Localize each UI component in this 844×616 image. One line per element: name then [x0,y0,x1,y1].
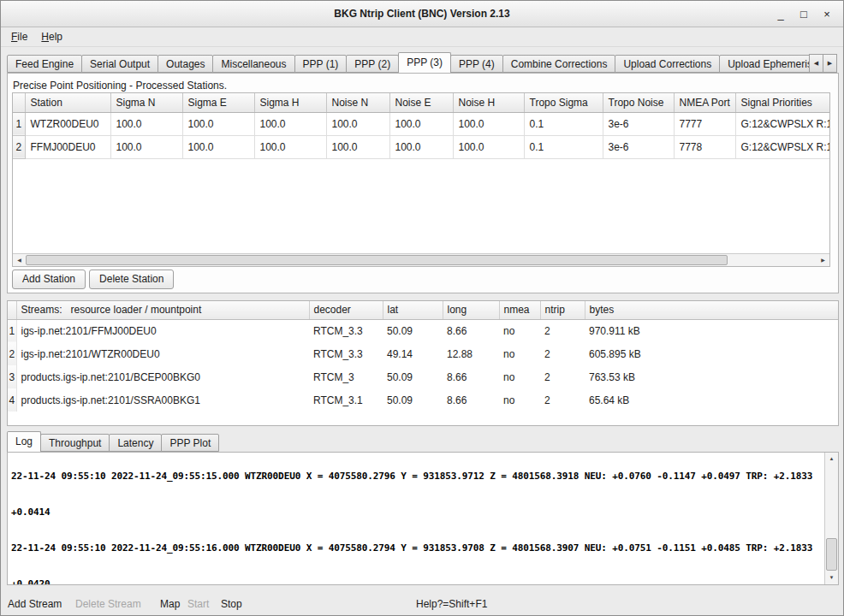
tropo-sigma-cell[interactable]: 0.1 [524,135,603,158]
nmea-cell[interactable]: no [499,388,540,412]
tab-upload-corrections[interactable]: Upload Corrections [615,55,720,73]
minimize-icon[interactable]: _ [775,8,787,21]
col-ntrip: ntrip [540,301,585,319]
long-cell[interactable]: 8.66 [443,365,499,388]
station-cell[interactable]: WTZR00DEU0 [25,112,110,135]
decoder-cell[interactable]: RTCM_3.3 [309,342,383,365]
tab-ppp-2[interactable]: PPP (2) [346,55,399,73]
tab-combine-corrections[interactable]: Combine Corrections [502,55,616,73]
station-cell[interactable]: FFMJ00DEU0 [25,135,110,158]
sigma-n-cell[interactable]: 100.0 [110,112,182,135]
long-cell[interactable]: 12.88 [443,342,499,365]
help-shortcut-label: Help?=Shift+F1 [416,598,487,610]
sigma-h-cell[interactable]: 100.0 [254,112,326,135]
col-station: Station [25,93,110,112]
nmea-cell[interactable]: no [499,342,540,365]
nmea-cell[interactable]: no [499,365,540,388]
add-stream-button[interactable]: Add Stream [8,598,62,610]
noise-h-cell[interactable]: 100.0 [453,135,524,158]
tab-outages[interactable]: Outages [158,55,213,73]
vertical-scroll-thumb[interactable] [826,538,837,571]
close-icon[interactable]: × [821,8,833,21]
long-cell[interactable]: 8.66 [443,388,499,412]
tab-ppp-1[interactable]: PPP (1) [294,55,348,73]
lat-cell[interactable]: 50.09 [383,365,443,388]
lat-cell[interactable]: 50.09 [383,319,443,342]
decoder-cell[interactable]: RTCM_3.3 [309,319,383,342]
noise-e-cell[interactable]: 100.0 [389,112,453,135]
lat-cell[interactable]: 49.14 [383,342,443,365]
sigma-n-cell[interactable]: 100.0 [110,135,182,158]
mountpoint-cell[interactable]: igs-ip.net:2101/WTZR00DEU0 [16,342,309,365]
tab-feed-engine[interactable]: Feed Engine [7,55,82,73]
tab-scroll-right-icon[interactable]: ▶ [823,54,837,73]
mountpoint-cell[interactable]: products.igs-ip.net:2101/BCEP00BKG0 [16,365,309,388]
decoder-cell[interactable]: RTCM_3 [309,365,383,388]
tab-miscellaneous[interactable]: Miscellaneous [212,55,294,73]
ntrip-cell[interactable]: 2 [540,319,585,342]
col-noise-e: Noise E [389,93,453,112]
maximize-icon[interactable]: □ [798,8,810,21]
decoder-cell[interactable]: RTCM_3.1 [309,388,383,412]
add-station-button[interactable]: Add Station [12,270,86,289]
mountpoint-cell[interactable]: products.igs-ip.net:2101/SSRA00BKG1 [16,388,309,412]
scroll-up-icon[interactable]: ▲ [825,453,838,465]
nmea-cell[interactable]: no [499,319,540,342]
signal-priorities-cell[interactable]: G:12&CWPSLX R:12 [735,112,830,135]
map-button[interactable]: Map [160,598,180,610]
stop-button[interactable]: Stop [221,598,242,610]
noise-n-cell[interactable]: 100.0 [326,112,389,135]
tropo-noise-cell[interactable]: 3e-6 [603,135,674,158]
col-noise-n: Noise N [326,93,389,112]
horizontal-scroll-thumb[interactable] [26,255,728,265]
ntrip-cell[interactable]: 2 [540,342,585,365]
col-long: long [443,301,499,319]
stations-table: Station Sigma N Sigma E Sigma H Noise N … [12,92,830,267]
tab-upload-ephemeris[interactable]: Upload Ephemeris [719,55,821,73]
noise-n-cell[interactable]: 100.0 [326,135,389,158]
mountpoint-cell[interactable]: igs-ip.net:2101/FFMJ00DEU0 [16,319,309,342]
tab-log[interactable]: Log [7,431,41,452]
noise-e-cell[interactable]: 100.0 [389,135,453,158]
menu-file[interactable]: File [4,29,34,44]
sigma-e-cell[interactable]: 100.0 [182,135,254,158]
bytes-cell[interactable]: 65.64 kB [585,388,838,412]
noise-h-cell[interactable]: 100.0 [453,112,524,135]
nmea-port-cell[interactable]: 7777 [674,112,735,135]
menu-help[interactable]: Help [34,29,69,44]
stations-horizontal-scrollbar[interactable]: ◀ ▶ [13,253,829,266]
long-cell[interactable]: 8.66 [443,319,499,342]
tab-serial-output[interactable]: Serial Output [81,55,158,73]
nmea-port-cell[interactable]: 7778 [674,135,735,158]
stream-row: 1 igs-ip.net:2101/FFMJ00DEU0 RTCM_3.3 50… [8,319,838,342]
ntrip-cell[interactable]: 2 [540,365,585,388]
log-line: 22-11-24 09:55:10 2022-11-24_09:55:15.00… [11,471,824,483]
sigma-h-cell[interactable]: 100.0 [254,135,326,158]
tab-scroll-left-icon[interactable]: ◀ [809,54,823,73]
tropo-sigma-cell[interactable]: 0.1 [524,112,603,135]
bytes-cell[interactable]: 970.911 kB [585,319,838,342]
sigma-e-cell[interactable]: 100.0 [182,112,254,135]
scroll-down-icon[interactable]: ▼ [825,572,838,584]
bytes-cell[interactable]: 605.895 kB [585,342,838,365]
delete-station-button[interactable]: Delete Station [89,270,174,289]
lat-cell[interactable]: 50.09 [383,388,443,412]
signal-priorities-cell[interactable]: G:12&CWPSLX R:12 [735,135,830,158]
tab-ppp-3[interactable]: PPP (3) [398,52,451,73]
scroll-right-icon[interactable]: ▶ [817,254,829,266]
log-vertical-scrollbar[interactable]: ▲ ▼ [824,453,838,584]
station-row: 2 FFMJ00DEU0 100.0 100.0 100.0 100.0 100… [13,135,830,158]
settings-tabs: Feed Engine Serial Output Outages Miscel… [7,52,820,73]
scroll-left-icon[interactable]: ◀ [13,254,26,266]
tab-throughput[interactable]: Throughput [40,434,110,452]
col-bytes: bytes [585,301,838,319]
ntrip-cell[interactable]: 2 [540,388,585,412]
menubar: File Help [1,27,843,47]
tab-ppp-plot[interactable]: PPP Plot [161,434,219,452]
tab-ppp-4[interactable]: PPP (4) [450,55,503,73]
tropo-noise-cell[interactable]: 3e-6 [603,112,674,135]
row-number: 4 [8,388,16,412]
tab-latency[interactable]: Latency [109,434,162,452]
bytes-cell[interactable]: 763.53 kB [585,365,838,388]
row-number: 1 [13,112,25,135]
